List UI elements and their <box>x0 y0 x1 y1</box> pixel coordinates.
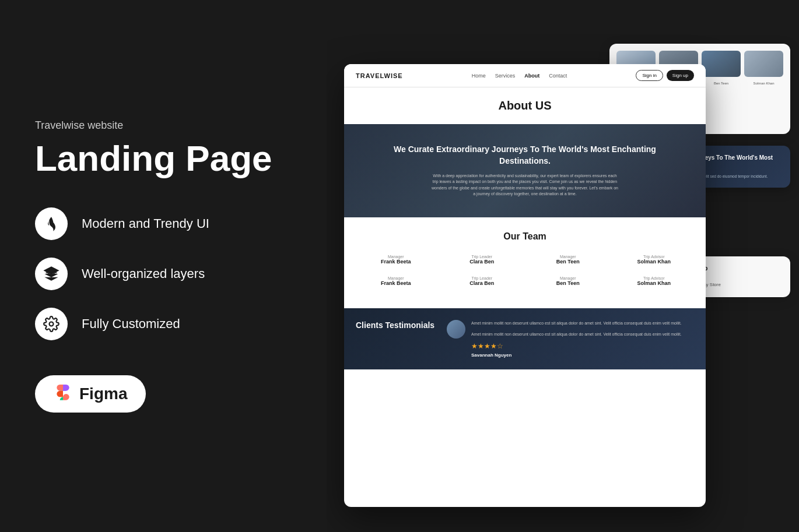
team-card-3: Manager Ben Teen <box>528 251 608 265</box>
fire-icon <box>43 216 59 232</box>
signin-button[interactable]: Sign in <box>636 70 663 81</box>
feature-custom: Fully Customized <box>35 308 292 340</box>
team-name-3: Ben Teen <box>556 259 580 265</box>
mock-hero-section: We Curate Extraordinary Journeys To The … <box>344 124 706 217</box>
team-role-5: Manager <box>388 276 404 280</box>
team-card-8: Trip Advisor Solman Khan <box>614 273 695 286</box>
testimonial-text-block: Amet minim mollit non deserunt ullamco e… <box>471 320 682 358</box>
reviewer-avatar <box>447 320 465 339</box>
team-role-2: Trip Leader <box>471 255 492 259</box>
gear-icon <box>43 316 59 332</box>
team-role-4: Trip Advisor <box>643 255 665 259</box>
layers-icon <box>43 266 59 282</box>
gear-icon-container <box>35 308 68 340</box>
feature-custom-label: Fully Customized <box>82 316 180 332</box>
hero-description: With a deep appreciation for authenticit… <box>432 173 618 198</box>
team-title: Our Team <box>356 231 694 242</box>
about-heading: About US <box>344 87 706 124</box>
mock-navbar: TRAVELWISE Home Services About Contact S… <box>344 64 706 87</box>
hero-title: We Curate Extraordinary Journeys To The … <box>373 144 677 167</box>
team-grid-row2: Manager Frank Beeta Trip Leader Clara Be… <box>356 273 694 286</box>
testimonials-title-block: Clients Testimonials <box>356 320 437 330</box>
svg-point-1 <box>50 322 54 326</box>
testimonial-text-2: Amet minim mollit non deserunt ullamco e… <box>471 331 682 337</box>
figma-badge[interactable]: Figma <box>35 375 146 413</box>
team-name-6: Clara Ben <box>469 280 494 286</box>
nav-link-contact[interactable]: Contact <box>549 73 567 79</box>
mock-nav-logo: TRAVELWISE <box>356 72 403 79</box>
subtitle: Travelwise website <box>35 119 292 132</box>
hero-overlay <box>344 124 706 217</box>
signup-button[interactable]: Sign up <box>667 70 694 81</box>
feature-layers: Well-organized layers <box>35 258 292 290</box>
team-role-6: Trip Leader <box>471 276 492 280</box>
feature-layers-label: Well-organized layers <box>82 266 205 281</box>
team-name-2: Clara Ben <box>469 259 494 265</box>
team-card-1: Manager Frank Beeta <box>356 251 436 265</box>
layers-icon-container <box>35 258 68 290</box>
team-role-3: Manager <box>560 255 576 259</box>
nav-link-home[interactable]: Home <box>472 73 486 79</box>
nav-link-services[interactable]: Services <box>495 73 516 79</box>
bg-name-3: Ben Teen <box>702 82 741 85</box>
team-card-2: Trip Leader Clara Ben <box>442 251 523 265</box>
fire-icon-container <box>35 207 68 240</box>
testimonials-content-block: Amet minim mollit non deserunt ullamco e… <box>447 320 682 358</box>
testimonial-text-1: Amet minim mollit non deserunt ullamco e… <box>471 320 682 326</box>
feature-trendy-label: Modern and Trendy UI <box>82 216 209 231</box>
testimonials-title: Clients Testimonials <box>356 320 437 330</box>
team-role-7: Manager <box>560 276 576 280</box>
left-panel: Travelwise website Landing Page Modern a… <box>0 0 327 532</box>
figma-label: Figma <box>79 385 127 403</box>
bg-team-photo-3 <box>702 51 741 77</box>
team-card-6: Trip Leader Clara Ben <box>442 273 523 286</box>
team-role-8: Trip Advisor <box>643 276 665 280</box>
team-card-4: Trip Advisor Solman Khan <box>614 251 695 265</box>
bg-name-4: Solman Khan <box>744 82 783 85</box>
team-name-4: Solman Khan <box>637 259 671 265</box>
team-name-7: Ben Teen <box>556 280 580 286</box>
team-card-7: Manager Ben Teen <box>528 273 608 286</box>
testimonial-stars: ★★★★☆ <box>471 342 682 350</box>
browser-mockup: TRAVELWISE Home Services About Contact S… <box>344 64 706 507</box>
team-name-8: Solman Khan <box>637 280 671 286</box>
team-name-5: Frank Beeta <box>381 280 411 286</box>
team-section: Our Team Manager Frank Beeta Trip Leader… <box>344 217 706 308</box>
team-role-1: Manager <box>388 255 404 259</box>
team-card-5: Manager Frank Beeta <box>356 273 436 286</box>
team-grid-row1: Manager Frank Beeta Trip Leader Clara Be… <box>356 251 694 265</box>
mock-nav-links: Home Services About Contact <box>472 73 567 79</box>
main-title: Landing Page <box>35 139 292 178</box>
testimonials-section: Clients Testimonials Amet minim mollit n… <box>344 308 706 369</box>
bg-team-photo-4 <box>744 51 783 77</box>
right-panel: Frank Beeta Clara Ben Ben Teen Solman Kh… <box>327 0 799 532</box>
feature-trendy: Modern and Trendy UI <box>35 207 292 240</box>
mock-nav-buttons: Sign in Sign up <box>636 70 694 81</box>
nav-link-about[interactable]: About <box>524 73 539 79</box>
testimonial-reviewer: Savannah Nguyen <box>471 353 682 358</box>
features-list: Modern and Trendy UI Well-organized laye… <box>35 207 292 340</box>
team-name-1: Frank Beeta <box>381 259 411 265</box>
figma-logo <box>54 385 72 403</box>
